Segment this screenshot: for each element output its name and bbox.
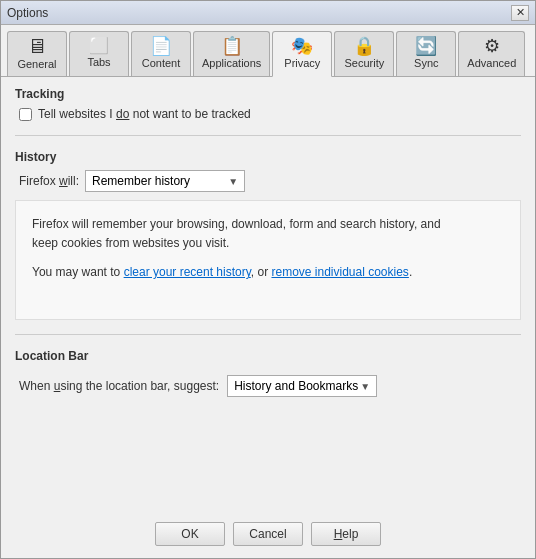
tabs-container: General ⬜ Tabs 📄 Content 📋 Applications … [1,25,535,77]
tracking-row: Tell websites I do not want to be tracke… [15,107,521,121]
tracking-section: Tracking Tell websites I do not want to … [15,87,521,121]
info-line2: keep cookies from websites you visit. [32,236,229,250]
tab-general[interactable]: General [7,31,67,76]
tab-applications-label: Applications [202,57,261,69]
general-icon [27,36,47,56]
tab-tabs[interactable]: ⬜ Tabs [69,31,129,76]
tab-security-label: Security [344,57,384,69]
tab-content[interactable]: 📄 Content [131,31,191,76]
location-bar-label: When using the location bar, suggest: [19,379,219,393]
info-line3-end: . [409,265,412,279]
window-title: Options [7,6,48,20]
help-button[interactable]: Help [311,522,381,546]
info-paragraph-1: Firefox will remember your browsing, dow… [32,215,504,253]
sync-icon: 🔄 [415,37,437,55]
tab-sync-label: Sync [414,57,438,69]
location-bar-title: Location Bar [15,349,521,363]
divider-1 [15,135,521,136]
history-row: Firefox will: Remember history ▼ [15,170,521,192]
tab-general-label: General [17,58,56,70]
tab-advanced-label: Advanced [467,57,516,69]
info-line1: Firefox will remember your browsing, dow… [32,217,441,231]
ok-button[interactable]: OK [155,522,225,546]
location-bar-row: When using the location bar, suggest: Hi… [15,375,521,397]
info-line3-mid: , or [251,265,272,279]
tab-applications[interactable]: 📋 Applications [193,31,270,76]
applications-icon: 📋 [221,37,243,55]
tab-content-label: Content [142,57,181,69]
security-icon: 🔒 [353,37,375,55]
location-dropdown-arrow-icon: ▼ [360,381,370,392]
firefox-will-label: Firefox will: [19,174,79,188]
button-row: OK Cancel Help [1,514,535,558]
advanced-icon: ⚙ [484,37,500,55]
info-paragraph-2: You may want to clear your recent histor… [32,263,504,282]
tab-security[interactable]: 🔒 Security [334,31,394,76]
do-not-track-label: Tell websites I do not want to be tracke… [38,107,251,121]
history-title: History [15,150,521,164]
history-dropdown[interactable]: Remember history ▼ [85,170,245,192]
tab-advanced[interactable]: ⚙ Advanced [458,31,525,76]
privacy-icon: 🎭 [291,37,313,55]
info-line3-part1: You may want to [32,265,124,279]
tab-privacy[interactable]: 🎭 Privacy [272,31,332,77]
main-content: Tracking Tell websites I do not want to … [1,77,535,514]
tab-tabs-label: Tabs [87,56,110,68]
options-window: Options ✕ General ⬜ Tabs 📄 Content 📋 App… [0,0,536,559]
content-icon: 📄 [150,37,172,55]
dropdown-arrow-icon: ▼ [228,176,238,187]
do-not-track-checkbox[interactable] [19,108,32,121]
remove-cookies-link[interactable]: remove individual cookies [271,265,408,279]
tab-privacy-label: Privacy [284,57,320,69]
title-bar: Options ✕ [1,1,535,25]
tab-sync[interactable]: 🔄 Sync [396,31,456,76]
tracking-title: Tracking [15,87,521,101]
history-info-box: Firefox will remember your browsing, dow… [15,200,521,320]
tabs-icon: ⬜ [89,38,109,54]
history-section: History Firefox will: Remember history ▼… [15,150,521,320]
close-button[interactable]: ✕ [511,5,529,21]
divider-2 [15,334,521,335]
history-dropdown-value: Remember history [92,174,190,188]
location-bar-dropdown[interactable]: History and Bookmarks ▼ [227,375,377,397]
location-bar-section: Location Bar When using the location bar… [15,349,521,397]
location-dropdown-value: History and Bookmarks [234,379,358,393]
cancel-button[interactable]: Cancel [233,522,303,546]
clear-history-link[interactable]: clear your recent history [124,265,251,279]
